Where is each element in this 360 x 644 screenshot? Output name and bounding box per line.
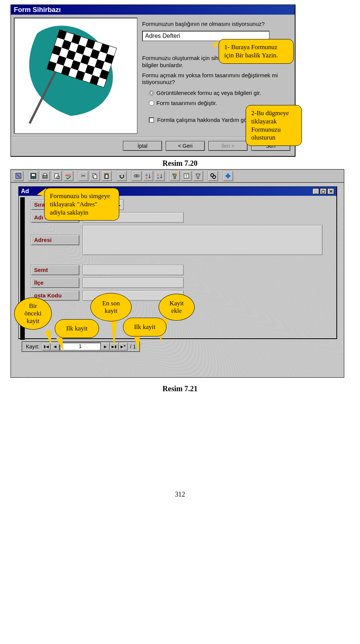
- toolbar-print-icon[interactable]: [40, 171, 50, 181]
- cancel-button[interactable]: İptal: [123, 141, 162, 151]
- toolbar-undo-icon[interactable]: [116, 171, 127, 181]
- bubble-first-record-2: Ilk kayit: [123, 318, 166, 336]
- bubble-last-text: En son kayit: [98, 300, 124, 315]
- new-record-button[interactable]: ▶*: [119, 342, 128, 351]
- wizard-title: Form Sihirbazı: [14, 6, 61, 14]
- wizard-question1: Formunuzun başlığının ne olmasını istiyo…: [142, 21, 289, 27]
- radio-dot-icon: [149, 101, 154, 106]
- toolbar-link-icon[interactable]: [131, 171, 142, 181]
- next-record-button[interactable]: ▶: [101, 342, 110, 351]
- record-navigator: Kayıt: ▮◀ ◀ 1 ▶ ▶▮ ▶* / 1: [22, 341, 140, 352]
- field-ilce[interactable]: [82, 278, 184, 288]
- callout-1: 1- Buraya Formunuz için Bir baslik Yazin…: [219, 39, 294, 64]
- toolbar-apply-filter-icon[interactable]: [193, 171, 203, 181]
- bubble-prev-record: Bir önceki kayit: [14, 297, 52, 330]
- svg-point-42: [213, 176, 216, 179]
- checkbox-icon: [149, 117, 154, 123]
- toolbar-preview-icon[interactable]: [51, 171, 62, 181]
- toolbar-design-icon[interactable]: [13, 171, 24, 181]
- toolbar-paste-icon[interactable]: [101, 171, 112, 181]
- callout-2: 2-Bu dügmeye tiklayarak Formunuzu olustu…: [246, 105, 302, 146]
- toolbar-save-icon[interactable]: [28, 171, 39, 181]
- svg-rect-24: [32, 174, 35, 176]
- callout-2-text: 2-Bu dügmeye tiklayarak Formunuzu olustu…: [251, 110, 289, 141]
- caption-720: Resim 7.20: [10, 159, 350, 168]
- radio-dot-icon: [149, 90, 154, 96]
- wizard-para2: Formu açmak mı yoksa form tasarımını değ…: [142, 72, 289, 86]
- svg-text:Z: Z: [146, 176, 147, 179]
- formwin-title: Ad: [21, 188, 29, 195]
- toolbar-copy-icon[interactable]: [90, 171, 100, 181]
- radio-design-form-label: Form tasarımını değiştir.: [156, 100, 217, 106]
- svg-rect-31: [94, 175, 97, 179]
- radio-open-form[interactable]: Görüntülenecek formu aç veya bilgileri g…: [149, 90, 289, 96]
- minimize-icon[interactable]: _: [312, 188, 319, 194]
- wizard-titlebar: Form Sihirbazı: [11, 5, 295, 15]
- bubble-add-record: Kayit ekle: [159, 294, 195, 321]
- svg-text:A: A: [157, 176, 159, 179]
- page-number: 312: [10, 491, 350, 498]
- bubble-first-record: Ilk kayit: [55, 319, 99, 338]
- svg-rect-26: [44, 174, 46, 176]
- field-adresi[interactable]: [82, 225, 322, 255]
- next-button: İleri >: [208, 141, 248, 151]
- bubble-first-text: Ilk kayit: [66, 325, 87, 332]
- access-toolbar: ABC ✂ AZ ZA: [10, 169, 344, 183]
- callout-3-text: Formunuzu bu simgeye tiklayarak "Adres" …: [50, 192, 110, 216]
- close-icon[interactable]: ✕: [327, 188, 334, 194]
- wizard-flag-graphic: [14, 18, 138, 134]
- bubble-add-text: Kayit ekle: [166, 300, 188, 315]
- radio-open-form-label: Görüntülenecek formu aç veya bilgileri g…: [156, 90, 261, 96]
- bubble-prev-text: Bir önceki kayit: [21, 302, 45, 325]
- label-ilce: İlçe: [31, 278, 80, 288]
- toolbar-sort-asc-icon[interactable]: AZ: [143, 171, 153, 181]
- back-button[interactable]: < Geri: [166, 141, 205, 151]
- bubble-last-record: En son kayit: [90, 293, 132, 321]
- maximize-icon[interactable]: ▢: [320, 188, 327, 194]
- toolbar-filter-selection-icon[interactable]: [170, 171, 180, 181]
- callout-3: Formunuzu bu simgeye tiklayarak "Adres" …: [44, 188, 119, 221]
- label-adresi: Adresi: [31, 235, 80, 245]
- recnav-label: Kayıt:: [24, 344, 42, 350]
- checkbox-help-label: Formla çalışma hakkında Yardım gö: [157, 117, 247, 123]
- bubble-first2-text: Ilk kayit: [134, 323, 155, 331]
- toolbar-cut-icon[interactable]: ✂: [78, 171, 88, 181]
- callout-1-text: 1- Buraya Formunuz için Bir baslik Yazin…: [224, 44, 278, 59]
- svg-rect-33: [105, 175, 108, 178]
- toolbar-spellcheck-icon[interactable]: ABC: [63, 171, 74, 181]
- toolbar-newrecord-icon[interactable]: [223, 171, 233, 181]
- field-semt[interactable]: [82, 265, 184, 275]
- toolbar-filter-form-icon[interactable]: [181, 171, 192, 181]
- toolbar-sort-desc-icon[interactable]: ZA: [154, 171, 165, 181]
- caption-721: Resim 7.21: [10, 384, 350, 393]
- toolbar-find-icon[interactable]: [208, 171, 218, 181]
- label-semt: Semt: [31, 265, 80, 275]
